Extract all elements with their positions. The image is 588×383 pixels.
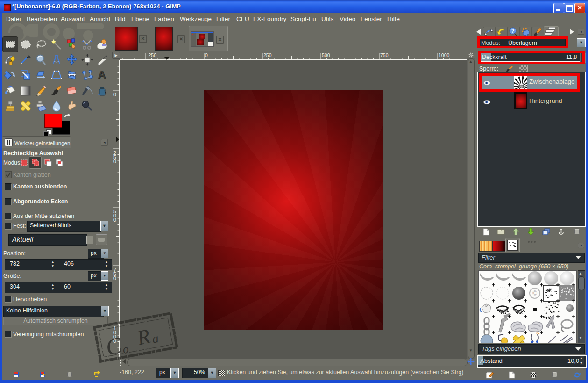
svg-text:A: A (98, 69, 106, 81)
svg-text:?: ? (511, 28, 515, 34)
svg-text:250: 250 (263, 52, 272, 58)
svg-text:0: 0 (113, 275, 116, 281)
svg-text:-250: -250 (147, 52, 156, 58)
svg-text:0: 0 (113, 217, 116, 223)
svg-text:500: 500 (322, 52, 330, 58)
svg-text:a: a (151, 331, 160, 346)
svg-text:©: © (532, 290, 538, 297)
svg-text:R: R (135, 325, 153, 350)
svg-text:750: 750 (380, 52, 389, 58)
svg-text:1000: 1000 (439, 52, 450, 58)
svg-text:0: 0 (113, 159, 116, 164)
svg-text:0: 0 (113, 92, 116, 97)
svg-text:0: 0 (205, 52, 208, 58)
